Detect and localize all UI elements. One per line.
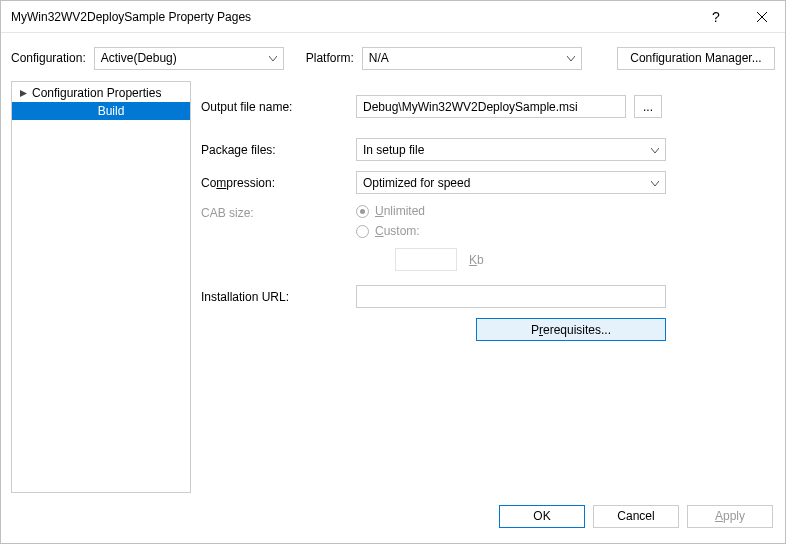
browse-button[interactable]: ...: [634, 95, 662, 118]
installation-url-label: Installation URL:: [201, 290, 356, 304]
chevron-down-icon: [651, 143, 659, 157]
radio-unlimited-label: Unlimited: [375, 204, 425, 218]
row-output-file: Output file name: Debug\MyWin32WV2Deploy…: [201, 95, 769, 118]
compression-label: Compression:: [201, 176, 356, 190]
cab-size-label: CAB size:: [201, 204, 356, 220]
package-files-combo[interactable]: In setup file: [356, 138, 666, 161]
prerequisites-button[interactable]: Prerequisites...: [476, 318, 666, 341]
properties-tree[interactable]: Configuration Properties Build: [11, 81, 191, 493]
row-cab-size: CAB size: Unlimited Custom: Kb: [201, 204, 769, 271]
cab-kb-input[interactable]: [395, 248, 457, 271]
close-icon: [757, 12, 767, 22]
platform-value: N/A: [369, 51, 389, 65]
output-file-input[interactable]: Debug\MyWin32WV2DeploySample.msi: [356, 95, 626, 118]
chevron-down-icon: [651, 176, 659, 190]
radio-icon: [356, 225, 369, 238]
apply-label: Apply: [715, 509, 745, 523]
radio-custom-label: Custom:: [375, 224, 420, 238]
radio-unlimited[interactable]: Unlimited: [356, 204, 484, 218]
cab-kb-label: Kb: [469, 253, 484, 267]
cab-kb-row: Kb: [356, 248, 484, 271]
row-prerequisites: Prerequisites...: [201, 318, 769, 341]
compression-combo[interactable]: Optimized for speed: [356, 171, 666, 194]
configuration-value: Active(Debug): [101, 51, 177, 65]
close-button[interactable]: [739, 1, 785, 33]
chevron-down-icon: [567, 51, 575, 65]
expander-icon[interactable]: [18, 88, 28, 98]
platform-label: Platform:: [306, 51, 354, 65]
platform-combo[interactable]: N/A: [362, 47, 582, 70]
dialog-footer: OK Cancel Apply: [1, 499, 785, 543]
row-installation-url: Installation URL:: [201, 285, 769, 308]
radio-icon: [356, 205, 369, 218]
configuration-combo[interactable]: Active(Debug): [94, 47, 284, 70]
tree-root-label: Configuration Properties: [32, 86, 161, 100]
help-button[interactable]: ?: [693, 1, 739, 33]
cancel-button[interactable]: Cancel: [593, 505, 679, 528]
row-package-files: Package files: In setup file: [201, 138, 769, 161]
radio-custom[interactable]: Custom:: [356, 224, 484, 238]
output-file-label: Output file name:: [201, 100, 356, 114]
prerequisites-label: Prerequisites...: [531, 323, 611, 337]
row-compression: Compression: Optimized for speed: [201, 171, 769, 194]
configuration-manager-button[interactable]: Configuration Manager...: [617, 47, 775, 70]
cab-size-radio-group: Unlimited Custom: Kb: [356, 204, 484, 271]
ok-button[interactable]: OK: [499, 505, 585, 528]
configuration-label: Configuration:: [11, 51, 86, 65]
build-form: Output file name: Debug\MyWin32WV2Deploy…: [201, 81, 775, 499]
window-title: MyWin32WV2DeploySample Property Pages: [11, 10, 693, 24]
property-pages-window: MyWin32WV2DeploySample Property Pages ? …: [0, 0, 786, 544]
tree-item-build[interactable]: Build: [12, 102, 190, 120]
config-row: Configuration: Active(Debug) Platform: N…: [11, 43, 775, 73]
dialog-body: Configuration Properties Build Output fi…: [1, 81, 785, 499]
apply-button[interactable]: Apply: [687, 505, 773, 528]
titlebar: MyWin32WV2DeploySample Property Pages ?: [1, 1, 785, 33]
tree-item-label: Build: [98, 104, 125, 118]
package-files-label: Package files:: [201, 143, 356, 157]
tree-root-configuration-properties[interactable]: Configuration Properties: [12, 84, 190, 102]
installation-url-input[interactable]: [356, 285, 666, 308]
chevron-down-icon: [269, 51, 277, 65]
